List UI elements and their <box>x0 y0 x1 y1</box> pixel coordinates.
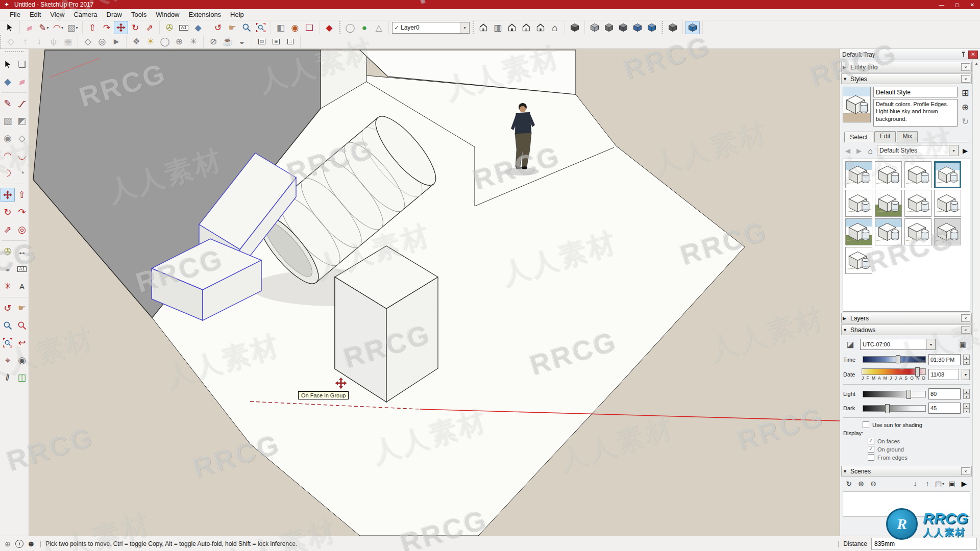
menu-extensions[interactable]: Extensions <box>184 10 226 19</box>
view-right-button[interactable]: ⌂ <box>548 21 562 34</box>
view-front-button[interactable] <box>505 21 519 34</box>
tape-measure-tool[interactable]: ✇ <box>162 21 177 34</box>
tool-globe-button[interactable]: ⊕ <box>172 35 186 48</box>
style-name-input[interactable] <box>873 87 958 97</box>
view-options-button[interactable]: ▤ <box>934 478 945 489</box>
rectangle-tool[interactable]: ▧ <box>1 114 15 128</box>
tool-flag-button[interactable]: ► <box>109 35 124 48</box>
tab-mix[interactable]: Mix <box>897 131 918 142</box>
look-around-button[interactable]: ◉ <box>288 21 302 34</box>
update-style-button[interactable]: ↻ <box>960 116 970 127</box>
scale-tool[interactable]: ⇗ <box>1 222 15 237</box>
remove-scene-button[interactable]: ⊖ <box>868 478 879 489</box>
scale-tool[interactable]: ⇗ <box>142 21 157 34</box>
axes-tool[interactable]: ✳ <box>1 279 15 293</box>
eraser-tool[interactable]: ▰ <box>15 74 29 89</box>
menu-help[interactable]: Help <box>226 10 249 19</box>
menu-window[interactable]: Window <box>151 10 184 19</box>
eraser-tool[interactable]: ▰ <box>22 21 37 34</box>
close-button[interactable]: ✕ <box>965 0 980 9</box>
layer-dropdown-arrow-icon[interactable]: ▾ <box>460 22 469 33</box>
geolocation-icon[interactable]: ⊕ <box>3 539 12 548</box>
text-tool[interactable]: A1 <box>15 262 29 276</box>
menu-camera[interactable]: Camera <box>69 10 102 19</box>
tool-disc-button[interactable]: ◯ <box>158 35 172 48</box>
pushpull-tool[interactable]: ⇧ <box>15 188 29 202</box>
close-section-icon[interactable] <box>961 314 970 322</box>
credits-icon[interactable]: i <box>15 540 23 548</box>
tool-teapot-button[interactable]: ☕ <box>220 35 235 48</box>
toolbar-square-button-1[interactable]: ▤ <box>255 35 269 48</box>
style-thumbnail-2[interactable] <box>875 161 902 188</box>
minimize-button[interactable]: — <box>934 0 949 9</box>
zoom-extents-tool[interactable] <box>254 21 268 34</box>
style-thumbnail-3[interactable] <box>904 161 932 188</box>
arc-tool[interactable]: ◡ <box>15 148 29 163</box>
style-thumbnail-4[interactable] <box>934 161 961 188</box>
rotate-tool[interactable]: ↻ <box>128 21 142 34</box>
followme-tool[interactable]: ↷ <box>100 21 114 34</box>
position-camera-button[interactable]: ◧ <box>274 21 288 34</box>
tool-burst-button[interactable]: ✳ <box>186 35 201 48</box>
tool-bag-button[interactable]: ❖ <box>129 35 143 48</box>
time-spinner[interactable]: ▴▾ <box>963 355 970 365</box>
line-tool[interactable]: ✎ <box>1 96 15 111</box>
dropdown-arrow-icon[interactable]: ▾ <box>949 145 958 156</box>
style-thumbnail-5[interactable] <box>845 190 872 217</box>
textured-mode-button[interactable] <box>630 21 645 34</box>
tray-close-button[interactable]: ✕ <box>968 51 978 59</box>
rectangle-tool[interactable]: ▧ <box>65 21 80 34</box>
followme-tool[interactable]: ↷ <box>15 205 29 219</box>
style-details-button[interactable]: ▶ <box>960 145 970 156</box>
collapse-arrow-icon[interactable]: ▶ <box>843 316 850 321</box>
move-tool[interactable] <box>114 21 128 34</box>
two-point-arc-tool[interactable]: ◠ <box>1 148 15 163</box>
monochrome-mode-button[interactable] <box>645 21 659 34</box>
menu-tools[interactable]: Tools <box>127 10 151 19</box>
close-section-icon[interactable] <box>961 75 970 83</box>
date-slider[interactable] <box>862 368 926 375</box>
scene-canvas[interactable] <box>29 49 840 536</box>
paint-bucket-tool[interactable]: ◆ <box>1 74 15 89</box>
sandbox-from-scratch-button[interactable]: ↑ <box>18 35 32 48</box>
zoom-tool[interactable] <box>239 21 254 34</box>
time-slider-handle[interactable] <box>896 355 900 364</box>
add-scene-button[interactable]: ⊕ <box>855 478 867 489</box>
model-viewport[interactable]: On Face in Group <box>29 49 840 536</box>
section-plane-tool[interactable]: ◫ <box>15 370 29 385</box>
style-thumbnail-11[interactable] <box>904 218 932 245</box>
checkbox-on-ground[interactable]: ✓On ground <box>868 446 970 453</box>
show-hide-details-button[interactable]: ▣ <box>946 478 958 489</box>
signin-icon[interactable]: ☻ <box>27 539 36 548</box>
freehand-tool[interactable]: ∫ <box>15 96 29 111</box>
use-sun-checkbox[interactable]: Use sun for shading <box>863 421 970 428</box>
collapse-arrow-icon[interactable]: ▼ <box>843 469 850 474</box>
checkbox-from-edges[interactable]: From edges <box>868 454 970 461</box>
display-secondary-pane-button[interactable]: ⊞ <box>960 88 970 98</box>
style-thumbnail-10[interactable] <box>875 218 902 245</box>
style-thumbnail-13[interactable] <box>845 247 872 274</box>
view-left-button[interactable] <box>533 21 548 34</box>
text-tool[interactable]: A1 <box>177 21 191 34</box>
close-section-icon[interactable] <box>961 467 970 475</box>
dark-slider-handle[interactable] <box>885 404 890 413</box>
shadow-toggle-icon[interactable]: ◪ <box>843 338 857 351</box>
light-slider-handle[interactable] <box>906 390 911 399</box>
light-value-input[interactable]: 80 <box>928 388 961 399</box>
tool-surface-button[interactable]: ◇ <box>81 35 95 48</box>
date-dropdown-arrow-icon[interactable]: ▾ <box>962 369 970 380</box>
hiddenline-mode-button[interactable] <box>602 21 616 34</box>
arc-tool[interactable]: ◠ <box>51 21 65 34</box>
tab-select[interactable]: Select <box>844 132 873 142</box>
line-tool[interactable]: ✎ <box>37 21 51 34</box>
make-component-tool[interactable]: ❏ <box>15 57 29 71</box>
view-back-button[interactable] <box>519 21 533 34</box>
style-collection-dropdown[interactable]: Default Styles ▾ <box>877 145 959 156</box>
style-thumbnail-9[interactable] <box>845 218 872 245</box>
palette-grip[interactable] <box>5 51 23 56</box>
pushpull-tool[interactable]: ⇧ <box>85 21 100 34</box>
menu-file[interactable]: File <box>5 10 25 19</box>
white-box[interactable] <box>335 246 438 402</box>
dropdown-arrow-icon[interactable]: ▾ <box>926 339 935 349</box>
collapse-arrow-icon[interactable]: ▼ <box>843 328 850 333</box>
